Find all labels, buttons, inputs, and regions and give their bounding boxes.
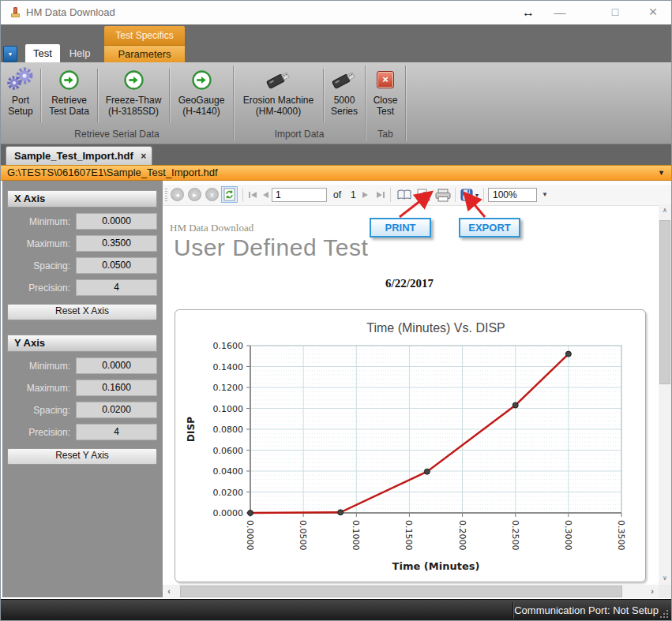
svg-text:0.3500: 0.3500 (616, 520, 626, 551)
svg-text:0.3000: 0.3000 (563, 520, 573, 551)
x-maximum-field[interactable]: 0.3500 (76, 235, 157, 252)
svg-text:0.1500: 0.1500 (404, 520, 414, 551)
reset-y-axis-button[interactable]: Reset Y Axis (7, 448, 157, 465)
report-date: 6/22/2017 (163, 277, 656, 290)
y-axis-panel-header: Y Axis (7, 335, 157, 352)
file-path-dropdown[interactable]: G:\TESTS\061607E1\Sample_Test_Import.hdf… (1, 165, 671, 181)
port-setup-button[interactable]: Port Setup (1, 65, 40, 126)
last-page-button[interactable] (374, 188, 386, 202)
usb-drive-icon (263, 67, 295, 92)
forward-button[interactable]: ► (188, 188, 201, 201)
field-label: Precision: (7, 282, 76, 294)
x-axis-precision-row: Precision: 4 (7, 279, 157, 296)
horizontal-scrollbar[interactable]: ‹ › (163, 585, 659, 598)
x-spacing-field[interactable]: 0.0500 (76, 257, 157, 274)
report-brand-text: HM Data Download (170, 222, 253, 234)
document-tab-close-icon[interactable]: × (141, 151, 146, 162)
svg-text:0.1000: 0.1000 (351, 520, 361, 551)
ribbon-tab-row: ▼ Test Help Test Specifics Parameters (1, 24, 671, 62)
contextual-group-header: Test Specifics (104, 26, 185, 46)
svg-text:Time (Minutes) Vs. DISP: Time (Minutes) Vs. DISP (366, 321, 505, 335)
zoom-select[interactable]: 100% (488, 188, 537, 202)
tab-help[interactable]: Help (64, 44, 96, 62)
close-test-button[interactable]: × Close Test (366, 65, 405, 126)
y-axis-maximum-row: Maximum: 0.1600 (7, 380, 157, 396)
status-communication-port: Communication Port: Not Setup (514, 600, 659, 621)
refresh-button[interactable] (221, 186, 238, 203)
scrollbar-corner (659, 585, 671, 598)
y-maximum-field[interactable]: 0.1600 (76, 380, 157, 396)
y-axis-minimum-row: Minimum: 0.0000 (7, 357, 157, 374)
contextual-tab-group: Test Specifics Parameters (104, 26, 185, 62)
back-button[interactable]: ◄ (171, 188, 184, 201)
caret-down-icon: ▼ (8, 51, 13, 57)
page-number-input[interactable] (272, 188, 327, 202)
toolbar-grip (165, 189, 167, 201)
svg-text:0.1400: 0.1400 (213, 362, 244, 372)
field-label: Precision: (7, 427, 76, 438)
svg-text:0.2000: 0.2000 (457, 520, 467, 551)
file-menu-button[interactable]: ▼ (3, 46, 17, 62)
scroll-right-icon[interactable]: › (646, 585, 659, 598)
maximize-button[interactable]: □ (603, 1, 628, 24)
close-button[interactable]: × (640, 1, 666, 24)
y-minimum-field[interactable]: 0.0000 (76, 357, 157, 374)
svg-text:Time (Minutes): Time (Minutes) (392, 560, 480, 572)
horizontal-scrollbar-thumb[interactable] (180, 585, 622, 597)
next-page-button[interactable] (360, 188, 371, 202)
svg-text:0.0600: 0.0600 (213, 446, 244, 456)
x-minimum-field[interactable]: 0.0000 (76, 213, 157, 230)
ribbon-separator (40, 69, 41, 122)
previous-page-button[interactable] (260, 188, 271, 202)
caret-down-icon[interactable]: ▼ (542, 188, 548, 202)
vertical-scrollbar-thumb[interactable] (659, 220, 670, 384)
export-annotation-arrow (453, 190, 493, 219)
field-label: Spacing: (7, 260, 76, 271)
svg-text:0.0000: 0.0000 (213, 508, 244, 518)
report-title: User Defined Test (174, 234, 368, 261)
svg-text:0.1200: 0.1200 (213, 383, 244, 393)
freeze-thaw-button[interactable]: Freeze-Thaw (H-3185SD) (98, 65, 169, 126)
x-axis-minimum-row: Minimum: 0.0000 (7, 213, 157, 230)
tab-test[interactable]: Test (25, 44, 60, 62)
main-area: X Axis Minimum: 0.0000 Maximum: 0.3500 S… (1, 181, 671, 599)
tab-parameters[interactable]: Parameters (104, 46, 185, 62)
erosion-machine-button[interactable]: Erosion Machine (HM-4000) (234, 65, 323, 126)
reset-x-axis-button[interactable]: Reset X Axis (7, 304, 157, 320)
ribbon-separator (97, 69, 98, 122)
stop-button[interactable]: × (205, 188, 219, 201)
x-axis-maximum-row: Maximum: 0.3500 (7, 235, 157, 252)
document-tab-label: Sample_Test_Import.hdf (14, 150, 133, 162)
minimize-button[interactable]: — (547, 1, 573, 24)
ribbon-group-separator (405, 65, 406, 141)
print-annotation-arrow (390, 190, 441, 219)
next-page-icon (362, 191, 370, 199)
svg-text:0.1000: 0.1000 (213, 404, 244, 414)
first-page-icon (248, 191, 258, 199)
document-tab[interactable]: Sample_Test_Import.hdf × (6, 146, 152, 165)
caret-down-icon: ▼ (658, 166, 665, 180)
svg-text:0.0000: 0.0000 (245, 520, 255, 551)
x-axis-panel-header: X Axis (7, 190, 157, 208)
status-bar: Communication Port: Not Setup (1, 599, 671, 621)
x-precision-field[interactable]: 4 (76, 279, 157, 296)
field-label: Minimum: (7, 216, 76, 227)
group-label-retrieve-serial-data: Retrieve Serial Data (1, 129, 233, 141)
y-precision-field[interactable]: 4 (76, 424, 157, 440)
svg-text:0.1600: 0.1600 (213, 341, 244, 351)
print-callout: PRINT (370, 218, 431, 238)
resize-grip[interactable] (666, 616, 668, 618)
svg-text:0.0800: 0.0800 (213, 425, 244, 435)
scroll-up-icon[interactable]: ∧ (659, 204, 671, 217)
green-arrow-icon (191, 69, 212, 91)
scroll-left-icon[interactable]: ‹ (163, 585, 175, 598)
vertical-scrollbar[interactable]: ∧ ∨ (659, 204, 671, 585)
series-5000-button[interactable]: 5000 Series (324, 65, 365, 126)
svg-text:0.0500: 0.0500 (298, 520, 308, 551)
first-page-button[interactable] (246, 188, 259, 202)
y-spacing-field[interactable]: 0.0200 (76, 402, 157, 418)
geogauge-button[interactable]: GeoGauge (H-4140) (170, 65, 233, 126)
scroll-down-icon[interactable]: ∨ (659, 572, 671, 585)
usb-drive-icon (328, 67, 360, 92)
retrieve-test-data-button[interactable]: Retrieve Test Data (41, 65, 97, 126)
